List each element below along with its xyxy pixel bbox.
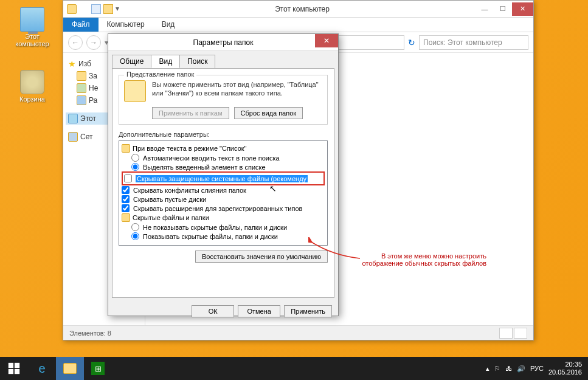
tray-clock[interactable]: 20:35 20.05.2016	[548, 361, 582, 376]
view-details-button[interactable]	[499, 328, 513, 339]
svg-rect-3	[15, 369, 19, 374]
apply-to-folders-button[interactable]: Применить к папкам	[152, 107, 229, 119]
tree-select-typed[interactable]: Выделять введенный элемент в списке	[122, 162, 325, 171]
apply-button[interactable]: Применить	[284, 305, 332, 317]
tree-auto-search[interactable]: Автоматически вводить текст в поле поиск…	[122, 153, 325, 162]
tree-show-hidden[interactable]: Показывать скрытые файлы, папки и диски	[122, 232, 325, 241]
desktop-icon-label: Корзина	[11, 95, 54, 103]
ribbon: Файл Компьютер Вид	[63, 18, 533, 32]
folder-icon	[122, 213, 130, 222]
tab-general[interactable]: Общие	[112, 55, 151, 68]
dialog-tabs: Общие Вид Поиск	[108, 51, 338, 68]
tree-hidden-folder[interactable]: Скрытые файлы и папки	[122, 213, 325, 223]
restore-row: Восстановить значения по умолчанию	[119, 250, 328, 263]
radio[interactable]	[131, 154, 139, 162]
tray-time: 20:35	[548, 361, 582, 368]
folder-icon	[77, 71, 86, 81]
start-button[interactable]	[0, 357, 28, 380]
computer-icon	[20, 7, 44, 32]
tray-flag-icon[interactable]: ⚐	[494, 365, 500, 373]
radio[interactable]	[131, 163, 139, 171]
svg-rect-0	[9, 363, 13, 368]
close-button[interactable]: ✕	[512, 2, 533, 16]
recent-icon	[77, 83, 86, 93]
radio[interactable]	[131, 223, 139, 231]
refresh-button[interactable]: ↻	[408, 38, 415, 47]
taskbar: e ⊞ ▴ ⚐ 🖧 🔊 РУС 20:35 20.05.2016	[0, 357, 588, 380]
advanced-settings-tree[interactable]: При вводе текста в режиме "Список" Автом…	[119, 140, 328, 246]
restore-defaults-button[interactable]: Восстановить значения по умолчанию	[195, 250, 328, 263]
qat-sep	[79, 4, 89, 14]
taskbar-explorer[interactable]	[56, 357, 84, 380]
tray-up-icon[interactable]: ▴	[486, 365, 489, 373]
highlight-box: Скрывать защищенные системные файлы (рек…	[122, 171, 325, 185]
folder-icon	[67, 4, 77, 14]
annotation-text: В этом же меню можно настроить отображен…	[347, 252, 486, 267]
taskbar-store[interactable]: ⊞	[84, 357, 112, 380]
radio[interactable]	[131, 232, 139, 240]
svg-rect-1	[15, 363, 19, 368]
advanced-label: Дополнительные параметры:	[119, 131, 328, 138]
checkbox[interactable]	[122, 186, 130, 194]
desktop-icon-label: Этот компьютер	[11, 33, 54, 47]
new-folder-icon[interactable]	[103, 4, 113, 14]
qat: ▾	[63, 4, 129, 14]
minimize-button[interactable]: —	[476, 2, 494, 16]
properties-icon[interactable]	[91, 4, 101, 14]
search-placeholder: Поиск: Этот компьютер	[423, 38, 502, 47]
tab-view[interactable]: Вид	[151, 55, 180, 68]
cancel-button[interactable]: Отмена	[238, 305, 280, 317]
tree-hide-merge[interactable]: Скрывать конфликты слияния папок	[122, 185, 325, 195]
checkbox[interactable]	[124, 174, 132, 182]
tray-network-icon[interactable]: 🖧	[505, 365, 512, 372]
tray-language[interactable]: РУС	[530, 365, 544, 372]
tree-hide-ext[interactable]: Скрывать расширения для зарегистрированн…	[122, 204, 325, 213]
qat-dropdown-icon[interactable]: ▾	[116, 4, 125, 14]
titlebar: ▾ Этот компьютер — ☐ ✕	[63, 1, 533, 18]
folder-view-group: Представление папок Вы можете применить …	[119, 75, 328, 125]
dialog-titlebar: Параметры папок ✕	[108, 34, 338, 51]
taskbar-ie[interactable]: e	[28, 357, 56, 380]
tree-dont-show[interactable]: Не показывать скрытые файлы, папки и дис…	[122, 223, 325, 232]
reset-folders-button[interactable]: Сброс вида папок	[234, 107, 303, 119]
tree-hide-protected[interactable]: Скрывать защищенные системные файлы (рек…	[124, 174, 322, 183]
folder-icon	[122, 144, 130, 153]
back-button[interactable]: ←	[68, 35, 83, 50]
tray-date: 20.05.2016	[548, 368, 582, 376]
network-icon	[68, 132, 78, 142]
ok-button[interactable]: ОК	[192, 305, 234, 317]
window-title: Этот компьютер	[129, 5, 476, 13]
dialog-close-button[interactable]: ✕	[315, 34, 338, 47]
window-controls: — ☐ ✕	[476, 2, 533, 16]
tree-list-input[interactable]: При вводе текста в режиме "Список"	[122, 143, 325, 153]
system-tray: ▴ ⚐ 🖧 🔊 РУС 20:35 20.05.2016	[480, 361, 588, 376]
dialog-buttons: ОК Отмена Применить	[108, 302, 338, 321]
view-icons-button[interactable]	[514, 328, 527, 339]
status-text: Элементов: 8	[69, 330, 111, 337]
ribbon-tab-view[interactable]: Вид	[153, 18, 184, 32]
view-buttons	[499, 328, 527, 339]
star-icon: ★	[68, 59, 76, 69]
forward-button[interactable]: →	[86, 35, 101, 50]
dialog-title: Параметры папок	[193, 38, 254, 47]
statusbar: Элементов: 8	[63, 325, 533, 340]
maximize-button[interactable]: ☐	[494, 2, 512, 16]
tab-search[interactable]: Поиск	[179, 55, 215, 68]
search-input[interactable]: Поиск: Этот компьютер	[419, 35, 528, 50]
group-text: Вы можете применить этот вид (например, …	[152, 80, 322, 98]
desktop-icon-recycle-bin[interactable]: Корзина	[11, 70, 54, 103]
group-label: Представление папок	[124, 71, 196, 78]
ribbon-tab-file[interactable]: Файл	[63, 18, 99, 32]
folder-view-icon	[124, 80, 146, 102]
desktop-icon	[77, 95, 86, 105]
dialog-content: Представление папок Вы можете применить …	[112, 68, 334, 298]
desktop-icon-this-pc[interactable]: Этот компьютер	[11, 7, 54, 47]
ribbon-tab-computer[interactable]: Компьютер	[99, 18, 153, 32]
computer-icon	[68, 114, 78, 123]
tree-hide-empty[interactable]: Скрывать пустые диски	[122, 195, 325, 204]
checkbox[interactable]	[122, 195, 130, 203]
tray-volume-icon[interactable]: 🔊	[517, 365, 525, 373]
trash-icon	[20, 70, 44, 94]
checkbox[interactable]	[122, 204, 130, 212]
svg-rect-2	[9, 369, 13, 374]
